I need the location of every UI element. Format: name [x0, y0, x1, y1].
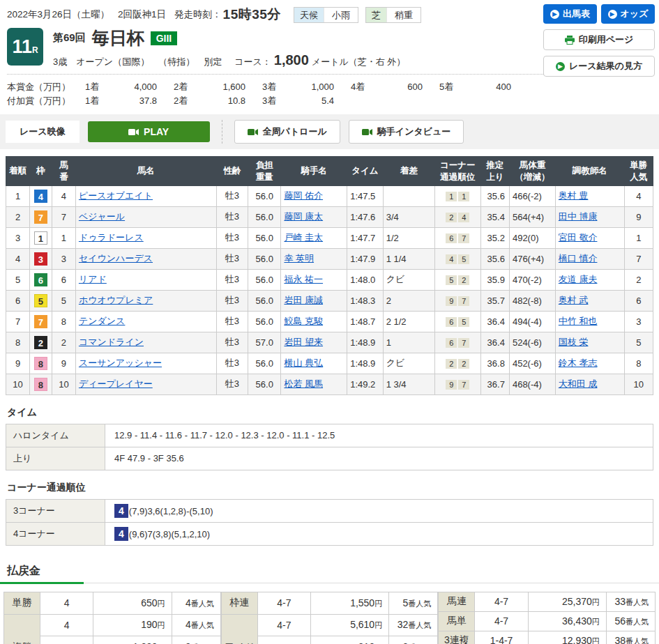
corner-position: 6	[446, 338, 457, 348]
finish-position: 1	[6, 185, 30, 206]
corner-position: 2	[446, 213, 457, 222]
horse-link[interactable]: リアド	[79, 274, 107, 284]
trainer-link[interactable]: 友道 康夫	[559, 274, 598, 284]
horse-link[interactable]: ホウオウプレミア	[79, 295, 153, 305]
result-row: 433セイウンハーデス牡356.0幸 英明1:47.91 1/44535.647…	[6, 248, 653, 269]
prize-pair: 3着5.4	[262, 94, 351, 108]
entry-table-button[interactable]: ▶ 出馬表	[543, 4, 597, 24]
jockey-link[interactable]: 岩田 康誠	[284, 295, 323, 305]
jockey-interview-button[interactable]: 騎手インタビュー	[349, 120, 464, 144]
trainer-link[interactable]: 田中 博康	[559, 211, 598, 222]
jockey-link[interactable]: 岩田 望来	[284, 337, 323, 347]
prize-amount: 600	[379, 80, 439, 94]
column-header: 性齢	[216, 157, 248, 186]
jockey-link[interactable]: 福永 祐一	[284, 274, 323, 284]
horse-name-cell: ドゥラドーレス	[75, 227, 216, 248]
trainer-link[interactable]: 中竹 和也	[559, 316, 598, 326]
popularity-suffix: 番人気	[191, 621, 214, 629]
corner-position: 7	[458, 296, 469, 306]
win-popularity: 3	[624, 311, 653, 332]
agari-times: 4F 47.9 - 3F 35.6	[105, 447, 653, 470]
play-button[interactable]: PLAY	[88, 121, 210, 142]
trainer-cell: 鈴木 孝志	[555, 353, 624, 374]
win-popularity: 8	[624, 353, 653, 374]
prize-pair: 1着37.8	[85, 94, 174, 108]
horse-link[interactable]: スーサンアッシャー	[79, 358, 162, 368]
jockey-link[interactable]: 藤岡 佑介	[284, 190, 323, 201]
trainer-link[interactable]: 国枝 栄	[559, 337, 589, 347]
finish-time: 1:47.9	[347, 248, 383, 269]
result-row: 822コマンドライン牡357.0岩田 望来1:48.916736.4524(-6…	[6, 332, 653, 353]
prize-block: 本賞金（万円） 1着4,0002着1,6003着1,0004着6005着400 …	[7, 74, 652, 114]
result-row: 277ベジャール牡356.0藤岡 康太1:47.63/42435.4564(+4…	[6, 206, 653, 227]
page-actions: ▶ 出馬表 ▶ オッズ 印刷用ページ ▶ レース結果の見方	[543, 4, 655, 77]
yen-suffix: 円	[592, 618, 600, 626]
trainer-link[interactable]: 奥村 武	[559, 295, 589, 305]
bet-type-label: 枠連	[221, 592, 257, 614]
jockey-link[interactable]: 松若 風馬	[284, 378, 323, 389]
jockey-link[interactable]: 鮫島 克駿	[284, 316, 323, 326]
race-number: 11	[12, 36, 32, 58]
last-3f: 35.6	[480, 185, 509, 206]
results-table: 着順枠馬番馬名性齢負担重量騎手名タイム着差コーナー通過順位推定上り馬体重（増減）…	[6, 156, 653, 395]
horse-name-cell: リアド	[75, 269, 216, 290]
divider	[0, 583, 659, 583]
horse-weight: 466(-2)	[509, 185, 555, 206]
sex-age: 牡3	[216, 206, 248, 227]
margin: 3/4	[383, 206, 434, 227]
jockey-cell: 福永 祐一	[281, 269, 347, 290]
frame-cell: 3	[29, 248, 52, 269]
horse-link[interactable]: ディープレイヤー	[79, 378, 153, 389]
frame-badge: 4	[34, 190, 47, 203]
horse-link[interactable]: セイウンハーデス	[79, 253, 153, 263]
payout-row: 単勝4650円4番人気	[4, 592, 221, 614]
prize-amount: 1,000	[290, 80, 351, 94]
corner-position: 1	[458, 192, 469, 201]
horse-link[interactable]: コマンドライン	[79, 337, 144, 347]
horse-link[interactable]: ピースオブエイト	[79, 190, 153, 201]
weather-badge: 天候 小雨	[294, 7, 358, 23]
jockey-link[interactable]: 藤岡 康太	[284, 211, 323, 222]
odds-button[interactable]: ▶ オッズ	[601, 4, 655, 24]
payout-tables: 単勝4650円4番人気複勝4190円4番人気71,230円9番人気1130円1番…	[3, 592, 656, 644]
start-time: 15時35分	[223, 6, 281, 24]
column-header: 負担重量	[248, 157, 281, 186]
play-label: PLAY	[144, 126, 169, 137]
trainer-link[interactable]: 橋口 慎介	[559, 253, 598, 263]
combination: 4-7	[475, 592, 528, 611]
corner-order-cell: 67	[434, 227, 480, 248]
print-page-button[interactable]: 印刷用ページ	[543, 29, 655, 50]
last-3f: 35.2	[480, 227, 509, 248]
win-popularity: 9	[624, 206, 653, 227]
popularity: 32番人気	[389, 614, 438, 636]
corner-position: 7	[458, 233, 469, 243]
jockey-link[interactable]: 戸崎 圭太	[284, 232, 323, 243]
trainer-link[interactable]: 大和田 成	[559, 378, 598, 389]
jockey-link[interactable]: 幸 英明	[284, 253, 314, 263]
last-3f: 35.6	[480, 248, 509, 269]
yen-suffix: 円	[592, 598, 600, 606]
column-header: 着順	[6, 157, 30, 186]
frame-badge: 8	[34, 357, 47, 370]
extra-prize-values: 1着37.82着10.83着5.4	[85, 94, 351, 108]
popularity: 4番人気	[172, 614, 220, 636]
horse-link[interactable]: テンダンス	[79, 316, 126, 326]
horse-link[interactable]: ベジャール	[79, 211, 125, 222]
payout-row: 馬連4-725,370円33番人気	[439, 592, 656, 611]
patrol-video-button[interactable]: 全周パトロール	[234, 120, 340, 144]
jockey-link[interactable]: 横山 典弘	[284, 358, 323, 368]
finish-position: 8	[6, 332, 30, 353]
frame-badge: 3	[34, 252, 47, 266]
horse-link[interactable]: ドゥラドーレス	[79, 232, 144, 243]
trainer-link[interactable]: 鈴木 孝志	[559, 358, 598, 368]
weather-label: 天候	[294, 8, 324, 22]
going-badge: 芝 稍重	[365, 7, 421, 23]
column-header: 調教師名	[555, 157, 624, 186]
prize-amount: 4,000	[113, 80, 174, 94]
course-label: コース：	[234, 56, 271, 68]
margin: クビ	[383, 269, 434, 290]
trainer-link[interactable]: 宮田 敬介	[559, 232, 598, 243]
finish-position: 10	[6, 374, 30, 394]
trainer-link[interactable]: 奥村 豊	[559, 190, 589, 201]
how-to-read-button[interactable]: ▶ レース結果の見方	[543, 56, 655, 77]
